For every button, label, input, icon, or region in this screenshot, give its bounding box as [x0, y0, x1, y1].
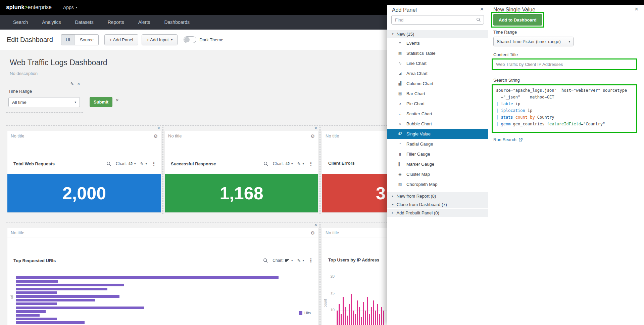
fieldset-close-icon[interactable]: × — [116, 97, 119, 103]
remove-panel-icon[interactable]: × — [157, 126, 160, 131]
add-panel-item-filler-gauge[interactable]: ▮Filler Gauge — [387, 149, 488, 159]
panel-title[interactable]: No title — [11, 230, 24, 235]
events-icon: ≡ — [397, 41, 403, 45]
submit-button[interactable]: Submit — [90, 97, 112, 107]
chevron-down-icon: ▾ — [291, 259, 293, 262]
users-bar — [341, 314, 342, 325]
shared-time-picker-dropdown[interactable]: Shared Time Picker (time_range) ▾ — [493, 37, 574, 46]
single-value-text: 3 — [376, 183, 386, 203]
search-icon — [476, 17, 481, 22]
uri-bar — [16, 314, 40, 317]
legend-label: Hits — [304, 311, 311, 315]
count-axis-label: count — [324, 299, 327, 307]
viz-title: Top Users by IP Address — [328, 257, 379, 262]
uri-bar — [16, 302, 57, 305]
viz-type-picker[interactable]: Chart: 42 ▾ — [273, 161, 293, 166]
viz-type-picker[interactable]: Chart: 42 ▾ — [116, 161, 136, 166]
add-panel-item-column-chart[interactable]: ▟Column Chart — [387, 78, 488, 88]
format-menu[interactable]: ✎▾ — [297, 258, 304, 263]
add-panel-item-bubble-chart[interactable]: ○Bubble Chart — [387, 119, 488, 129]
nav-item-datasets[interactable]: Datasets — [68, 15, 100, 30]
add-input-button[interactable]: + Add Input▾ — [142, 34, 178, 45]
more-actions-icon[interactable]: ⋮ — [151, 161, 156, 167]
panel-title[interactable]: No title — [11, 133, 24, 138]
add-panel-item-events[interactable]: ≡Events — [387, 38, 488, 48]
panel-title[interactable]: No title — [168, 133, 182, 138]
add-panel-item-statistics-table[interactable]: ▦Statistics Table — [387, 48, 488, 58]
line-chart-icon: ∿ — [397, 61, 403, 66]
search-icon[interactable] — [263, 258, 268, 263]
add-panel-section-clone-from-dashboard-7[interactable]: ▸Clone from Dashboard (7) — [387, 200, 488, 208]
chevron-down-icon: ▾ — [134, 162, 136, 165]
users-bar — [339, 304, 340, 325]
add-panel-section-add-prebuilt-panel-0[interactable]: ▸Add Prebuilt Panel (0) — [387, 209, 488, 217]
cluster-map-icon: ◉ — [397, 172, 403, 176]
search-icon[interactable] — [263, 161, 268, 166]
add-panel-item-radial-gauge[interactable]: ◔Radial Gauge — [387, 139, 488, 149]
hits-legend-swatch — [299, 311, 302, 315]
apps-menu[interactable]: Apps▾ — [63, 5, 77, 10]
nav-item-reports[interactable]: Reports — [101, 15, 131, 30]
gear-icon[interactable]: ⚙ — [310, 133, 315, 139]
panel-title[interactable]: No title — [326, 230, 339, 235]
add-panel-section-new-15[interactable]: ▾New (15) — [387, 30, 488, 38]
chevron-down-icon: ▾ — [302, 259, 304, 262]
dark-theme-toggle[interactable] — [184, 36, 196, 43]
add-to-dashboard-button[interactable]: Add to Dashboard — [493, 14, 542, 26]
gridline — [337, 294, 388, 294]
search-string-editor[interactable]: source="apache_logs.json" host="webserve… — [492, 84, 637, 133]
users-bar — [355, 314, 356, 325]
add-panel-button[interactable]: + Add Panel — [104, 34, 138, 45]
nav-item-analytics[interactable]: Analytics — [35, 15, 68, 30]
add-panel-item-line-chart[interactable]: ∿Line Chart — [387, 58, 488, 68]
add-panel-item-single-value[interactable]: 42Single Value — [387, 129, 488, 139]
remove-panel-icon[interactable]: × — [314, 222, 317, 228]
add-panel-item-scatter-chart[interactable]: ∴Scatter Chart — [387, 109, 488, 119]
gear-icon[interactable]: ⚙ — [310, 230, 315, 236]
gear-icon[interactable]: ⚙ — [153, 133, 158, 139]
time-range-dropdown[interactable]: All time ▾ — [8, 97, 80, 107]
source-toggle-button[interactable]: Source — [75, 34, 99, 45]
add-panel-item-marker-gauge[interactable]: ▍Marker Gauge — [387, 159, 488, 169]
close-icon[interactable]: × — [480, 6, 484, 13]
logo-enterprise: enterprise — [28, 4, 52, 10]
uri-bar — [16, 307, 144, 309]
add-panel-item-pie-chart[interactable]: ◕Pie Chart — [387, 98, 488, 109]
add-panel-item-bar-chart[interactable]: ▤Bar Chart — [387, 88, 488, 98]
area-chart-icon: ◢ — [397, 71, 403, 76]
pencil-icon: ✎ — [297, 161, 301, 166]
panel-title[interactable]: No title — [326, 133, 339, 138]
remove-panel-icon[interactable]: × — [314, 126, 317, 131]
dark-theme-label: Dark Theme — [199, 37, 223, 42]
dashboard-description[interactable]: No description — [10, 71, 38, 76]
format-menu[interactable]: ✎▾ — [140, 161, 147, 166]
content-title-input[interactable] — [493, 59, 636, 69]
users-bar — [371, 307, 372, 325]
nav-item-alerts[interactable]: Alerts — [131, 15, 157, 30]
format-menu[interactable]: ✎▾ — [297, 161, 304, 166]
nav-item-search[interactable]: Search — [6, 15, 35, 30]
viz-type-picker[interactable]: Chart: ▾ — [273, 258, 293, 263]
add-panel-item-choropleth-map[interactable]: ▧Choropleth Map — [387, 179, 488, 189]
bar-chart-icon: ▤ — [397, 91, 403, 96]
add-panel-item-area-chart[interactable]: ◢Area Chart — [387, 68, 488, 78]
search-icon[interactable] — [106, 161, 111, 166]
more-actions-icon[interactable]: ⋮ — [308, 257, 313, 263]
remove-input-icon[interactable]: × — [77, 81, 80, 86]
pencil-icon[interactable]: ✎ — [70, 81, 74, 86]
add-panel-item-cluster-map[interactable]: ◉Cluster Map — [387, 169, 488, 179]
users-bar — [365, 311, 366, 325]
add-panel-title: Add Panel — [392, 7, 417, 13]
users-bar — [361, 317, 362, 325]
more-actions-icon[interactable]: ⋮ — [308, 161, 313, 167]
add-panel-sidebar: Add Panel × ▾New (15)≡Events▦Statistics … — [387, 5, 488, 325]
nav-item-dashboards[interactable]: Dashboards — [157, 15, 197, 30]
users-bar — [349, 304, 350, 325]
find-input[interactable] — [391, 15, 484, 25]
chevron-down-icon: ▾ — [75, 100, 76, 104]
pie-chart-icon: ◕ — [397, 101, 403, 106]
close-icon[interactable]: × — [635, 5, 638, 13]
ui-toggle-button[interactable]: UI — [61, 34, 75, 45]
run-search-link[interactable]: Run Search — [493, 137, 523, 142]
add-panel-section-new-from-report-8[interactable]: ▸New from Report (8) — [387, 192, 488, 200]
